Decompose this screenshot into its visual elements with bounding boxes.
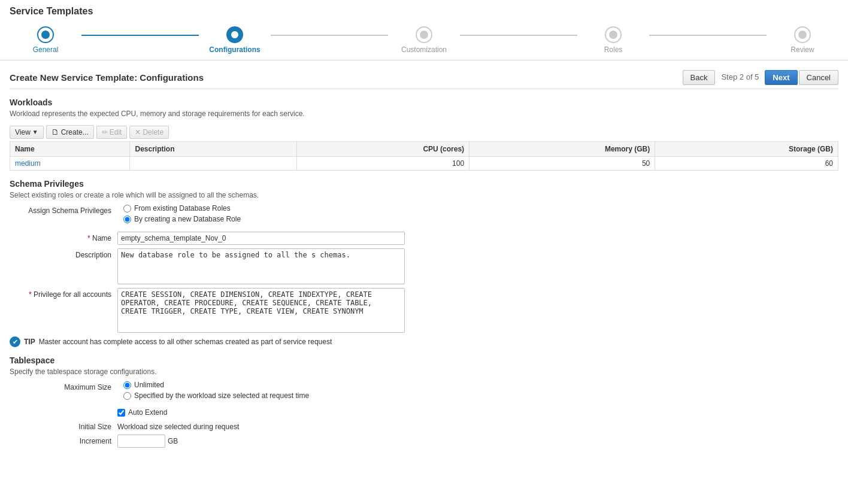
radio-specified-label[interactable]: Specified by the workload size selected … — [134, 391, 309, 400]
workloads-toolbar: View ▼ 🗋 Create... ✏ Edit ✕ Delete — [10, 123, 838, 141]
create-button[interactable]: 🗋 Create... — [46, 125, 94, 139]
radio-specified[interactable]: Specified by the workload size selected … — [123, 391, 309, 400]
schema-privilege-textarea[interactable]: CREATE SESSION, CREATE DIMENSION, CREATE… — [117, 288, 405, 333]
assign-schema-label: Assign Schema Privileges — [10, 204, 117, 215]
edit-button[interactable]: ✏ Edit — [96, 126, 128, 139]
edit-icon: ✏ — [102, 128, 108, 136]
configurations-title: Create New Service Template: Configurati… — [10, 72, 204, 83]
increment-input[interactable] — [117, 435, 165, 448]
create-label: Create... — [61, 128, 89, 136]
schema-name-input[interactable] — [117, 232, 405, 245]
step-label-review: Review — [791, 45, 814, 54]
max-size-label: Maximum Size — [10, 381, 117, 391]
auto-extend-checkbox[interactable] — [117, 409, 125, 417]
wizard-step-customization[interactable]: Customization — [388, 26, 460, 54]
wizard-step-general[interactable]: General — [10, 26, 81, 54]
cancel-button[interactable]: Cancel — [799, 70, 838, 85]
auto-extend-row[interactable]: Auto Extend — [117, 408, 838, 417]
nav-buttons: Back Step 2 of 5 Next Cancel — [683, 70, 838, 85]
connector-4 — [649, 35, 767, 36]
schema-description-label: Description — [10, 248, 117, 259]
step-circle-roles — [605, 26, 622, 43]
view-label: View — [15, 128, 31, 136]
row-description — [130, 157, 297, 171]
increment-row: Increment GB — [10, 435, 838, 448]
max-size-row: Maximum Size Unlimited Specified by the … — [10, 381, 838, 405]
schema-privileges-title: Schema Privileges — [10, 179, 838, 189]
tablespace-description: Specify the tablespace storage configura… — [10, 368, 838, 376]
wizard-step-review[interactable]: Review — [767, 26, 838, 54]
workloads-table: Name Description CPU (cores) Memory (GB)… — [10, 141, 838, 171]
connector-3 — [460, 35, 577, 36]
assign-schema-row: Assign Schema Privileges From existing D… — [10, 204, 838, 228]
row-storage: 60 — [655, 157, 838, 171]
step-circle-general — [37, 26, 54, 43]
schema-privileges-description: Select existing roles or create a role w… — [10, 191, 838, 199]
step-label-configurations: Configurations — [209, 45, 260, 54]
radio-from-existing[interactable]: From existing Database Roles — [123, 204, 241, 212]
col-cpu: CPU (cores) — [297, 142, 470, 157]
step-circle-review — [794, 26, 811, 43]
page-title: Service Templates — [10, 6, 838, 17]
assign-schema-radio-group: From existing Database Roles By creating… — [123, 204, 241, 223]
delete-label: Delete — [143, 128, 163, 136]
wizard-step-roles[interactable]: Roles — [577, 26, 649, 54]
next-button[interactable]: Next — [765, 70, 797, 85]
step-label-general: General — [33, 45, 59, 54]
tip-label: TIP — [24, 338, 35, 346]
schema-privilege-label: Privilege for all accounts — [10, 288, 117, 299]
radio-create-new-input[interactable] — [123, 215, 131, 223]
radio-create-new-label[interactable]: By creating a new Database Role — [134, 215, 241, 223]
radio-from-existing-label[interactable]: From existing Database Roles — [134, 204, 231, 212]
col-name: Name — [10, 142, 130, 157]
view-chevron-icon: ▼ — [32, 129, 38, 135]
table-row[interactable]: medium 100 50 60 — [10, 157, 838, 171]
delete-icon: ✕ — [135, 128, 141, 136]
view-button[interactable]: View ▼ — [10, 126, 44, 139]
max-size-radio-group: Unlimited Specified by the workload size… — [123, 381, 309, 400]
step-info: Step 2 of 5 — [716, 70, 764, 85]
connector-2 — [271, 35, 388, 36]
tip-icon: ✔ — [10, 336, 20, 347]
auto-extend-label[interactable]: Auto Extend — [128, 408, 167, 417]
radio-unlimited-input[interactable] — [123, 381, 131, 389]
increment-label: Increment — [10, 435, 117, 445]
edit-label: Edit — [110, 128, 122, 136]
radio-create-new[interactable]: By creating a new Database Role — [123, 215, 241, 223]
radio-from-existing-input[interactable] — [123, 205, 131, 212]
initial-size-value: Workload size selected during request — [117, 420, 239, 431]
section-header-bar: Create New Service Template: Configurati… — [10, 66, 838, 89]
wizard-steps: General Configurations Customization Rol… — [10, 23, 838, 56]
radio-unlimited-label[interactable]: Unlimited — [134, 381, 164, 389]
schema-name-label: Name — [10, 232, 117, 242]
workloads-title: Workloads — [10, 98, 838, 107]
radio-specified-input[interactable] — [123, 392, 131, 400]
row-memory: 50 — [470, 157, 655, 171]
schema-privilege-row: Privilege for all accounts CREATE SESSIO… — [10, 288, 838, 333]
radio-unlimited[interactable]: Unlimited — [123, 381, 309, 389]
row-name: medium — [10, 157, 130, 171]
tablespace-section: Tablespace Specify the tablespace storag… — [10, 356, 838, 448]
tablespace-title: Tablespace — [10, 356, 838, 365]
back-button[interactable]: Back — [683, 70, 716, 85]
wizard-step-configurations[interactable]: Configurations — [199, 26, 271, 54]
step-label-customization: Customization — [401, 45, 447, 54]
workloads-description: Workload represents the expected CPU, me… — [10, 110, 838, 118]
col-memory: Memory (GB) — [470, 142, 655, 157]
connector-1 — [81, 35, 199, 36]
row-cpu: 100 — [297, 157, 470, 171]
step-circle-customization — [416, 26, 432, 43]
schema-privileges-section: Schema Privileges Select existing roles … — [10, 179, 838, 347]
create-icon: 🗋 — [52, 127, 59, 136]
tip-box: ✔ TIP Master account has complete access… — [10, 336, 838, 347]
schema-description-textarea[interactable]: New database role to be assigned to all … — [117, 248, 405, 284]
schema-description-row: Description New database role to be assi… — [10, 248, 838, 284]
workloads-section: Workloads Workload represents the expect… — [10, 98, 838, 171]
initial-size-label: Initial Size — [10, 420, 117, 431]
col-storage: Storage (GB) — [655, 142, 838, 157]
schema-name-row: Name — [10, 232, 838, 245]
step-label-roles: Roles — [604, 45, 623, 54]
increment-unit: GB — [168, 435, 178, 445]
col-description: Description — [130, 142, 297, 157]
delete-button[interactable]: ✕ Delete — [129, 126, 169, 139]
